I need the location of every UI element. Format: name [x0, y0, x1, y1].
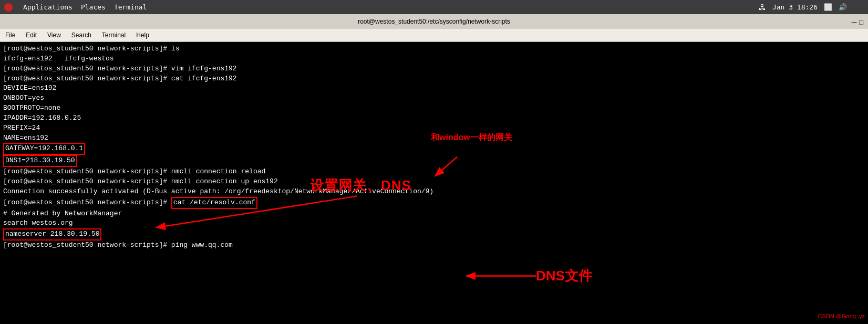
menu-edit[interactable]: Edit	[24, 32, 39, 39]
app-icon	[4, 3, 13, 12]
terminal-line: PREFIX=24	[3, 123, 865, 133]
menu-search[interactable]: Search	[69, 32, 94, 39]
terminal-line: ifcfg-ens192 ifcfg-westos	[3, 54, 865, 64]
terminal-line: IPADDR=192.168.0.25	[3, 113, 865, 123]
system-bar-right: 🖧 Jan 3 18:26 ⬜ 🔊	[759, 3, 847, 12]
annotation-dns-file: DNS文件	[536, 266, 592, 286]
places-menu[interactable]: Places	[81, 3, 106, 11]
terminal-line: [root@westos_student50 network-scripts]#…	[3, 197, 865, 209]
nameserver-highlight: nameserver 218.30.19.50	[3, 228, 101, 241]
minimize-button[interactable]: –	[852, 17, 857, 27]
terminal-line: [root@westos_student50 network-scripts]#…	[3, 177, 865, 187]
resolv-cmd-highlight: cat /etc/resolv.conf	[171, 197, 257, 209]
terminal-line: [root@westos_student50 network-scripts]#…	[3, 64, 865, 74]
terminal-line: search westos.org	[3, 218, 865, 228]
titlebar-controls: – ☐	[852, 17, 864, 27]
display-icon: ⬜	[824, 3, 832, 11]
terminal-line: [root@westos_student50 network-scripts]#…	[3, 74, 865, 84]
terminal-line: GATEWAY=192.168.0.1	[3, 143, 865, 155]
menu-bar: File Edit View Search Terminal Help	[0, 29, 868, 42]
terminal-window: root@westos_student50:/etc/sysconfig/net…	[0, 14, 868, 324]
terminal-line: DEVICE=ens192	[3, 83, 865, 93]
terminal-titlebar: root@westos_student50:/etc/sysconfig/net…	[0, 14, 868, 29]
system-bar: Applications Places Terminal 🖧 Jan 3 18:…	[0, 0, 868, 14]
datetime-display: Jan 3 18:26	[772, 3, 818, 11]
terminal-line: BOOTPROTO=none	[3, 103, 865, 113]
menu-file[interactable]: File	[3, 32, 17, 39]
terminal-line: ONBOOT=yes	[3, 93, 865, 103]
menu-terminal[interactable]: Terminal	[100, 32, 128, 39]
terminal-title: root@westos_student50:/etc/sysconfig/net…	[358, 18, 510, 25]
terminal-line: DNS1=218.30.19.50	[3, 155, 865, 167]
menu-view[interactable]: View	[45, 32, 63, 39]
terminal-line: # Generated by NetworkManager	[3, 209, 865, 219]
dns1-highlight: DNS1=218.30.19.50	[3, 155, 77, 167]
csdn-watermark: CSDN @Gong_yz	[818, 312, 865, 321]
terminal-line: [root@westos_student50 network-scripts]#…	[3, 167, 865, 177]
network-icon: 🖧	[759, 3, 766, 12]
terminal-line: Connection successfully activated (D-Bus…	[3, 187, 865, 197]
terminal-menu[interactable]: Terminal	[114, 3, 147, 11]
terminal-line: [root@westos_student50 network-scripts]#…	[3, 44, 865, 54]
system-bar-left: Applications Places Terminal	[4, 3, 147, 12]
gateway-highlight: GATEWAY=192.168.0.1	[3, 143, 85, 155]
terminal-line: [root@westos_student50 network-scripts]#…	[3, 241, 865, 250]
menu-help[interactable]: Help	[134, 32, 151, 39]
maximize-button[interactable]: ☐	[859, 17, 864, 27]
applications-menu[interactable]: Applications	[23, 3, 73, 11]
terminal-line: nameserver 218.30.19.50	[3, 228, 865, 241]
terminal-content[interactable]: [root@westos_student50 network-scripts]#…	[0, 42, 868, 324]
volume-icon: 🔊	[839, 3, 847, 11]
terminal-line: NAME=ens192	[3, 133, 865, 143]
